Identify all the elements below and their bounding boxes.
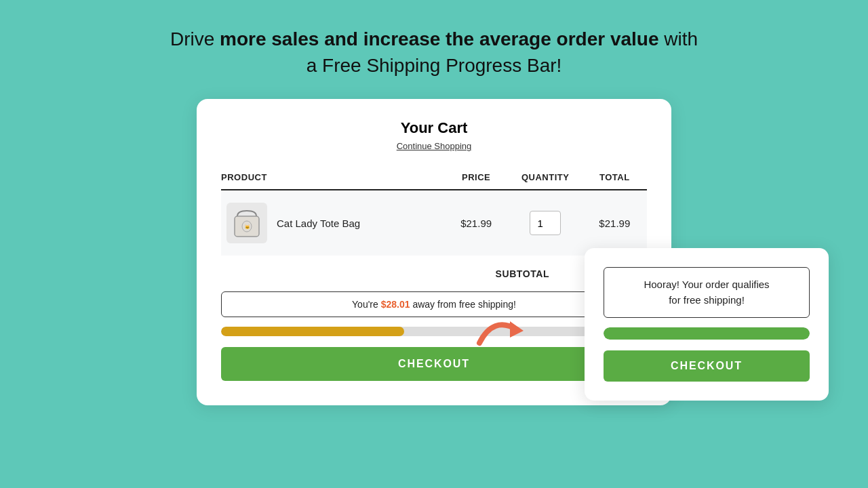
success-message-box: Hooray! Your order qualifies for free sh… (604, 267, 810, 318)
cart-title: Your Cart (221, 119, 647, 137)
success-progress-bar-background (604, 327, 810, 340)
cart-table: PRODUCT PRICE QUANTITY TOTAL (221, 167, 647, 256)
subtotal-row: SUBTOTAL $21.99 (221, 268, 647, 279)
col-total: TOTAL (583, 167, 647, 190)
col-product: PRODUCT (221, 167, 443, 190)
product-price: $21.99 (443, 190, 508, 256)
headline-line2: a Free Shipping Progress Bar! (307, 55, 562, 76)
svg-marker-3 (510, 321, 524, 338)
progress-bar-fill (221, 327, 404, 336)
arrow-icon-wrap (473, 309, 527, 359)
progress-bar-background (221, 327, 647, 336)
headline-part3: with (659, 28, 698, 49)
shipping-banner: You're $28.01 away from free shipping! (221, 291, 647, 317)
headline: Drive more sales and increase the averag… (0, 0, 868, 99)
shipping-amount: $28.01 (381, 299, 410, 310)
subtotal-label: SUBTOTAL (496, 268, 549, 279)
col-quantity: QUANTITY (509, 167, 583, 190)
success-card: Hooray! Your order qualifies for free sh… (585, 248, 829, 401)
success-checkout-button[interactable]: CHECKOUT (604, 350, 810, 382)
headline-part1: Drive (170, 28, 220, 49)
success-progress-bar-fill (604, 327, 810, 340)
svg-text:🐱: 🐱 (245, 224, 250, 230)
product-total: $21.99 (583, 190, 647, 256)
checkout-button[interactable]: CHECKOUT (221, 347, 647, 381)
product-cell: 🐱 Cat Lady Tote Bag (226, 203, 438, 243)
quantity-cell (509, 190, 583, 256)
continue-shopping-anchor[interactable]: Continue Shopping (397, 141, 472, 151)
arrow-icon (473, 309, 527, 357)
product-name: Cat Lady Tote Bag (277, 218, 360, 229)
success-line1: Hooray! Your order qualifies (644, 279, 769, 290)
product-image: 🐱 (226, 203, 267, 243)
continue-shopping-link[interactable]: Continue Shopping (221, 140, 647, 152)
success-line2: for free shipping! (669, 294, 745, 306)
main-area: Your Cart Continue Shopping PRODUCT PRIC… (0, 99, 868, 405)
col-price: PRICE (443, 167, 508, 190)
quantity-input[interactable] (530, 211, 561, 235)
headline-bold: more sales and increase the average orde… (220, 28, 658, 49)
table-row: 🐱 Cat Lady Tote Bag $21.99 $21.99 (221, 190, 647, 256)
